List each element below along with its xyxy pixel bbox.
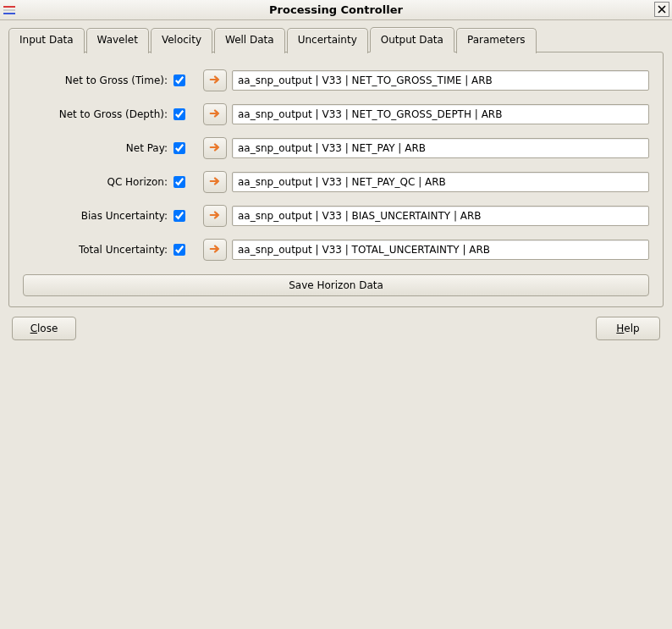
enable-checkbox-wrap (171, 176, 188, 188)
enable-checkbox-wrap (171, 142, 188, 154)
output-row: Total Uncertainty: (23, 239, 649, 261)
tab-velocity[interactable]: Velocity (151, 28, 212, 53)
arrow-right-icon (209, 175, 221, 190)
enable-checkbox[interactable] (174, 74, 185, 86)
output-path-input[interactable] (232, 206, 649, 226)
enable-checkbox[interactable] (174, 244, 185, 256)
tab-wavelet[interactable]: Wavelet (86, 28, 149, 53)
output-row: Net to Gross (Time): (23, 69, 649, 91)
tab-parameters[interactable]: Parameters (456, 28, 537, 53)
tab-well-data[interactable]: Well Data (214, 28, 285, 53)
help-button[interactable]: Help (596, 317, 660, 340)
field-label: Net to Gross (Time): (23, 74, 171, 86)
select-output-button[interactable] (203, 103, 227, 125)
arrow-right-icon (209, 108, 221, 122)
tab-bar: Input DataWaveletVelocityWell DataUncert… (8, 27, 664, 308)
enable-checkbox-wrap (171, 74, 188, 86)
field-label: Net to Gross (Depth): (23, 108, 171, 120)
tab-uncertainty[interactable]: Uncertainty (287, 28, 368, 53)
output-row: Net to Gross (Depth): (23, 103, 649, 125)
select-output-button[interactable] (203, 239, 227, 261)
output-path-input[interactable] (232, 240, 649, 260)
output-path-input[interactable] (232, 138, 649, 158)
save-horizon-data-button[interactable]: Save Horizon Data (23, 274, 649, 296)
window-body: Input DataWaveletVelocityWell DataUncert… (0, 20, 672, 629)
arrow-right-icon (209, 141, 221, 156)
select-output-button[interactable] (203, 137, 227, 159)
arrow-right-icon (209, 209, 221, 223)
output-row: QC Horizon: (23, 171, 649, 193)
output-row: Net Pay: (23, 137, 649, 159)
select-output-button[interactable] (203, 69, 227, 91)
field-label: Net Pay: (23, 142, 171, 154)
enable-checkbox[interactable] (174, 176, 185, 188)
enable-checkbox-wrap (171, 108, 188, 120)
bottom-button-bar: Close Help (8, 308, 664, 344)
select-output-button[interactable] (203, 171, 227, 193)
arrow-right-icon (209, 243, 221, 257)
enable-checkbox[interactable] (174, 210, 185, 222)
close-button[interactable]: Close (12, 317, 76, 340)
close-icon[interactable] (654, 2, 669, 17)
field-label: Total Uncertainty: (23, 244, 171, 256)
window-title: Processing Controller (269, 3, 403, 16)
output-form: Net to Gross (Time):Net to Gross (Depth)… (23, 69, 649, 273)
select-output-button[interactable] (203, 205, 227, 227)
arrow-right-icon (209, 74, 221, 88)
enable-checkbox-wrap (171, 210, 188, 222)
enable-checkbox[interactable] (174, 142, 185, 154)
output-path-input[interactable] (232, 104, 649, 124)
output-path-input[interactable] (232, 172, 649, 192)
tab-input-data[interactable]: Input Data (8, 28, 85, 53)
app-icon (3, 3, 17, 17)
enable-checkbox[interactable] (174, 108, 185, 120)
titlebar: Processing Controller (0, 0, 672, 20)
output-row: Bias Uncertainty: (23, 205, 649, 227)
field-label: QC Horizon: (23, 176, 171, 188)
field-label: Bias Uncertainty: (23, 210, 171, 222)
tab-panel-output-data: Net to Gross (Time):Net to Gross (Depth)… (8, 52, 664, 307)
tab-output-data[interactable]: Output Data (370, 27, 454, 52)
output-path-input[interactable] (232, 70, 649, 91)
enable-checkbox-wrap (171, 244, 188, 256)
